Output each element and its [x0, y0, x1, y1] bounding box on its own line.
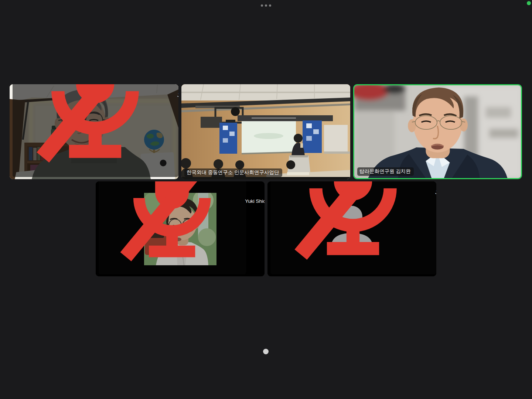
participant-name-label: Joosong LEE (HUFS, CIAS): [270, 181, 436, 274]
more-options-button[interactable]: [260, 4, 272, 7]
camera-status-indicator: [527, 1, 531, 5]
ellipsis-dot: [269, 4, 271, 7]
participant-tile-yuki-shiozaki[interactable]: Yuki Shiozaki: [96, 181, 265, 276]
muted-mic-icon: [15, 84, 175, 175]
ellipsis-dot: [261, 4, 263, 7]
participant-name-label: 한국외대 중동연구소 인문사회연구사업단: [184, 168, 282, 177]
participant-name-label: Jun Pyo Kim 탐라문화연구원: [13, 84, 178, 177]
participant-tile-hufs-institute[interactable]: 한국외대 중동연구소 인문사회연구사업단: [181, 84, 350, 179]
participant-name: 탐라문화연구원 김치완: [359, 168, 411, 174]
participant-name-label: Yuki Shiozaki: [99, 181, 246, 274]
video-feed-speaker: [354, 85, 521, 178]
participant-tile-jun-pyo-kim[interactable]: Jun Pyo Kim 탐라문화연구원: [10, 84, 178, 179]
participant-tile-joosong-lee[interactable]: Joosong LEE (HUFS, CIAS): [267, 181, 436, 276]
muted-mic-icon: [101, 181, 243, 273]
participant-name: Joosong LEE (HUFS, CIAS): [435, 190, 436, 195]
participant-name: Jun Pyo Kim 탐라문화연구원: [177, 92, 178, 98]
participant-name: Yuki Shiozaki: [245, 198, 265, 204]
gallery-page-indicator-dot[interactable]: [263, 349, 269, 354]
muted-mic-icon: [273, 181, 433, 273]
video-feed-lecture-hall: [181, 84, 350, 179]
participant-name: 한국외대 중동연구소 인문사회연구사업단: [187, 170, 279, 175]
ellipsis-dot: [265, 4, 267, 7]
participant-name-label: 탐라문화연구원 김치완: [357, 167, 414, 176]
participant-tile-kim-chi-wan-active-speaker[interactable]: 탐라문화연구원 김치완: [353, 84, 522, 179]
